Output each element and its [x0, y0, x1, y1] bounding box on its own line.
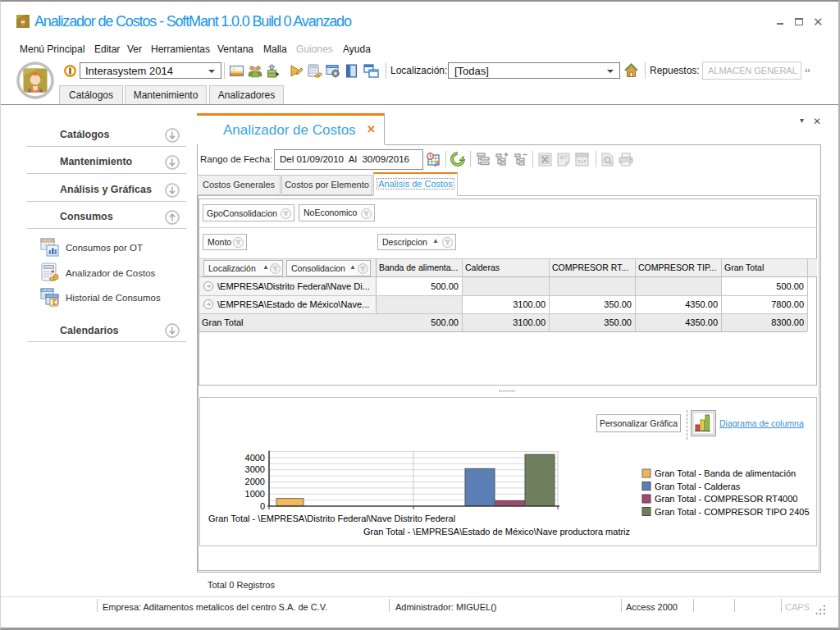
svg-text:2000: 2000 — [245, 477, 265, 486]
svg-text:0: 0 — [260, 501, 265, 511]
svg-text:Gran Total - Banda de alimenta: Gran Total - Banda de alimentación — [655, 468, 796, 478]
svg-text:Gran Total - COMPRESOR TIPO 24: Gran Total - COMPRESOR TIPO 2405 — [655, 507, 810, 517]
svg-text:TxT: TxT — [578, 159, 587, 164]
svg-text:Gran Total - Calderas: Gran Total - Calderas — [655, 482, 741, 491]
svg-text:Gran Total - \EMPRESA\Estado d: Gran Total - \EMPRESA\Estado de México\N… — [363, 527, 630, 536]
svg-text:3000: 3000 — [245, 464, 265, 474]
svg-text:1000: 1000 — [245, 489, 265, 499]
svg-text:4000: 4000 — [245, 453, 265, 463]
svg-text:Gran Total - \EMPRESA\Distrito: Gran Total - \EMPRESA\Distrito Federal\N… — [208, 514, 455, 523]
svg-text:Gran Total - COMPRESOR RT4000: Gran Total - COMPRESOR RT4000 — [655, 494, 797, 504]
